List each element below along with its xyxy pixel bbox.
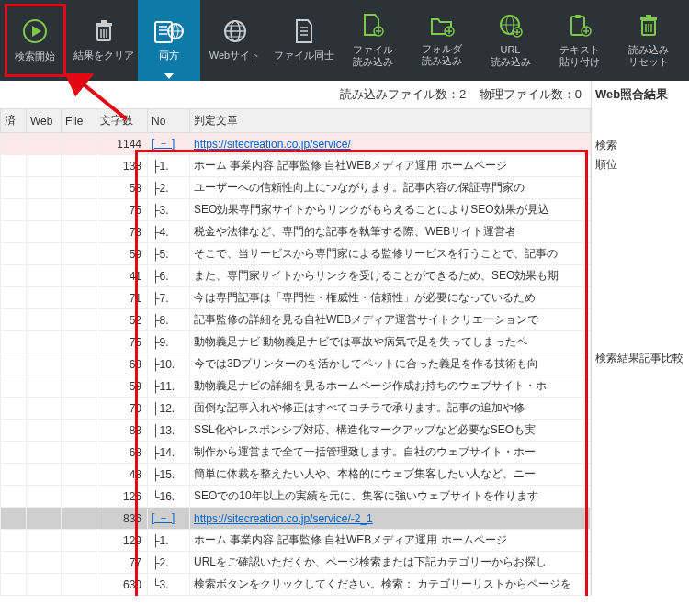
table-cell	[1, 177, 27, 199]
file-icon	[293, 18, 315, 44]
table-cell	[62, 486, 96, 508]
table-cell: 今では3Dプリンターのを活かしてペットに合った義足を作る技術も向	[190, 353, 591, 375]
table-cell	[62, 442, 96, 464]
table-cell	[1, 287, 27, 309]
table-row[interactable]: 68├14.制作から運営まで全て一括管理致します。自社のウェブサイト・ホー	[1, 442, 591, 464]
table-cell	[27, 574, 62, 596]
table-cell	[1, 265, 27, 287]
table-row[interactable]: 75├3.SEO効果専門家サイトからリンクがもらえることによりSEO効果が見込	[1, 199, 591, 221]
table-row[interactable]: 58├2.ユーザーへの信頼性向上につながります。記事内容の保証専門家の	[1, 177, 591, 199]
table-cell: 75	[96, 199, 148, 221]
table-cell	[62, 574, 96, 596]
table-cell	[1, 155, 27, 177]
table-cell	[27, 243, 62, 265]
table-cell: 52	[96, 309, 148, 331]
table-cell: 記事監修の詳細を見る自社WEBメディア運営サイトクリエーションで	[190, 309, 591, 331]
col-header-chars[interactable]: 文字数	[96, 109, 148, 133]
table-cell	[62, 177, 96, 199]
phys-count-value: 0	[575, 87, 582, 101]
mode-both-button[interactable]: 両方	[138, 0, 200, 81]
table-row[interactable]: 73├4.税金や法律など、専門的な記事を執筆する際、WEBサイト運営者	[1, 221, 591, 243]
button-label: 検索開始	[15, 50, 55, 62]
table-row[interactable]: 138├1.ホーム 事業内容 記事監修 自社WEBメディア運用 ホームページ	[1, 155, 591, 177]
load-file-button[interactable]: ファイル 読み込み	[338, 0, 407, 81]
table-cell	[62, 353, 96, 375]
table-cell	[62, 133, 96, 155]
table-cell	[1, 221, 27, 243]
table-cell	[27, 464, 62, 486]
table-row[interactable]: 52├8.記事監修の詳細を見る自社WEBメディア運営サイトクリエーションで	[1, 309, 591, 331]
table-cell	[62, 155, 96, 177]
table-cell	[1, 530, 27, 552]
table-cell: ├6.	[148, 265, 190, 287]
load-count-value: 2	[459, 87, 466, 101]
svg-rect-40	[640, 17, 657, 20]
col-header-file[interactable]: File	[62, 109, 96, 133]
table-row[interactable]: 70├12.面倒な記事入れや修正はすべてコチラで承ります。記事の追加や修	[1, 398, 591, 420]
table-row[interactable]: 836[ － ]https://sitecreation.co.jp/servi…	[1, 508, 591, 530]
table-cell: 簡単に体裁を整えたい人や、本格的にウェブ集客したい人など、ニー	[190, 464, 591, 486]
table-row[interactable]: 126└16.SEOでの10年以上の実績を元に、集客に強いウェブサイトを作ります	[1, 486, 591, 508]
table-cell: 83	[96, 420, 148, 442]
table-row[interactable]: 83├13.SSL化やレスポンシブ対応、構造化マークアップなど必要なSEOも実	[1, 420, 591, 442]
mode-files-button[interactable]: ファイル同士	[269, 0, 338, 81]
table-cell	[1, 508, 27, 530]
table-cell	[1, 574, 27, 596]
table-cell: https://sitecreation.co.jp/service/-2_1	[190, 508, 591, 530]
col-header-done[interactable]: 済	[1, 109, 27, 133]
table-cell: 836	[96, 508, 148, 530]
table-cell	[1, 398, 27, 420]
table-cell	[1, 442, 27, 464]
table-row[interactable]: 75├9.動物義足ナビ 動物義足ナビでは事故や病気で足を失ってしまったペ	[1, 331, 591, 353]
svg-rect-41	[646, 15, 651, 17]
table-cell: ├2.	[148, 177, 190, 199]
table-cell: 63	[96, 353, 148, 375]
table-cell	[27, 508, 62, 530]
table-row[interactable]: 59├5.そこで、当サービスから専門家による監修サービスを行うことで、記事の	[1, 243, 591, 265]
col-header-no[interactable]: No	[148, 109, 190, 133]
table-cell: 検索ボタンをクリックしてください。検索： カテゴリーリストからページを	[190, 574, 591, 596]
table-row[interactable]: 63├10.今では3Dプリンターのを活かしてペットに合った義足を作る技術も向	[1, 353, 591, 375]
table-row[interactable]: 129├1.ホーム 事業内容 記事監修 自社WEBメディア運用 ホームページ	[1, 530, 591, 552]
table-cell: 面倒な記事入れや修正はすべてコチラで承ります。記事の追加や修	[190, 398, 591, 420]
table-cell	[27, 398, 62, 420]
side-label-compare: 検索結果記事比較	[595, 351, 685, 366]
table-cell: └16.	[148, 486, 190, 508]
mode-website-button[interactable]: Webサイト	[200, 0, 269, 81]
table-cell	[62, 508, 96, 530]
table-cell: ├5.	[148, 243, 190, 265]
load-folder-button[interactable]: フォルダ 読み込み	[407, 0, 476, 81]
load-url-button[interactable]: URL 読み込み	[476, 0, 545, 81]
table-cell	[27, 221, 62, 243]
button-label: フォルダ 読み込み	[422, 43, 462, 67]
button-label: ファイル 読み込み	[353, 44, 393, 68]
table-cell: 59	[96, 243, 148, 265]
globe-plus-icon	[498, 13, 524, 39]
table-cell	[27, 375, 62, 398]
table-cell	[27, 331, 62, 353]
button-label: 結果をクリア	[73, 50, 134, 62]
reset-load-button[interactable]: 読み込み リセット	[614, 0, 683, 81]
table-cell	[1, 552, 27, 574]
col-header-text[interactable]: 判定文章	[190, 109, 591, 133]
table-row[interactable]: 71├7.今は専門記事は「専門性・権威性・信頼性」が必要になっているため	[1, 287, 591, 309]
table-row[interactable]: 41├6.また、専門家サイトからリンクを受けることができるため、SEO効果も期	[1, 265, 591, 287]
table-row[interactable]: 1144[ － ]https://sitecreation.co.jp/serv…	[1, 133, 591, 155]
clear-results-button[interactable]: 結果をクリア	[69, 0, 138, 81]
chevron-down-icon	[164, 73, 174, 79]
table-row[interactable]: 59├11.動物義足ナビの詳細を見るホームページ作成お持ちのウェブサイト・ホ	[1, 375, 591, 398]
table-cell	[1, 331, 27, 353]
table-cell: SEO効果専門家サイトからリンクがもらえることによりSEO効果が見込	[190, 199, 591, 221]
table-cell	[62, 420, 96, 442]
table-row[interactable]: 630└3.検索ボタンをクリックしてください。検索： カテゴリーリストからページ…	[1, 574, 591, 596]
table-row[interactable]: 48├15.簡単に体裁を整えたい人や、本格的にウェブ集客したい人など、ニー	[1, 464, 591, 486]
start-search-button[interactable]: 検索開始	[0, 0, 69, 81]
table-cell: 70	[96, 398, 148, 420]
table-cell	[27, 530, 62, 552]
col-header-web[interactable]: Web	[27, 109, 62, 133]
table-row[interactable]: 77├2.URLをご確認いただくか、ページ検索または下記カテゴリーからお探し	[1, 552, 591, 574]
table-cell	[62, 287, 96, 309]
table-cell: ├1.	[148, 530, 190, 552]
paste-text-button[interactable]: テキスト 貼り付け	[545, 0, 614, 81]
table-cell	[1, 199, 27, 221]
